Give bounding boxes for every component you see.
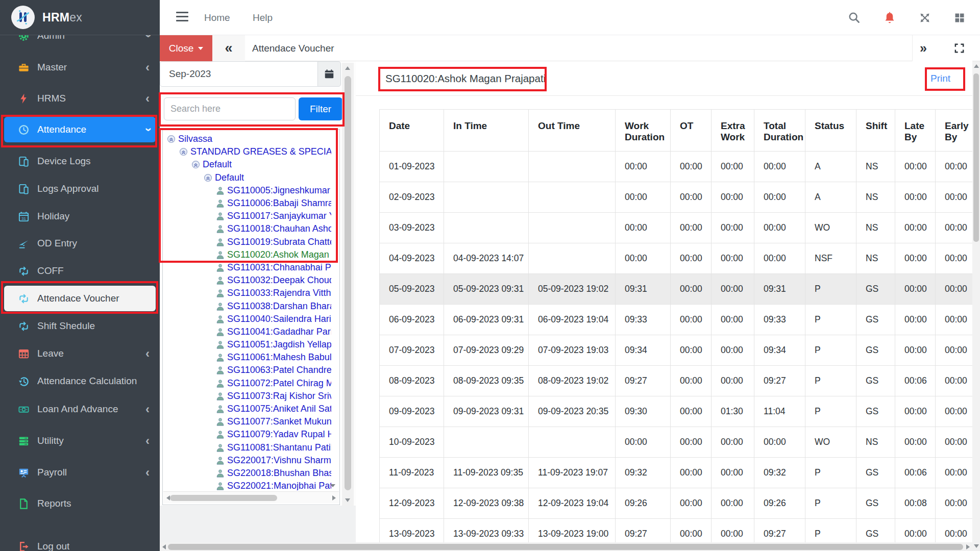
sidebar-item-shift-shedule[interactable]: Shift Shedule [4, 313, 156, 339]
search-input[interactable] [164, 97, 296, 120]
tree-employee-sg110063[interactable]: SG110063:Patel Chandresh [164, 364, 331, 377]
tree-employee-sg220021[interactable]: SG220021:Manojbhai Pate [164, 480, 331, 490]
tree-collapse-icon[interactable] [167, 135, 176, 143]
sidebar-item-coff[interactable]: COFF [4, 258, 156, 284]
collapse-panel-button[interactable]: « [212, 35, 245, 61]
table-row-03-09-2023[interactable]: 03-09-202300:0000:0000:0000:00WONS00:000… [380, 213, 973, 243]
tree-employee-sg110040[interactable]: SG110040:Sailendra Harisc [164, 313, 331, 325]
tree-horizontal-scrollbar[interactable] [163, 491, 339, 504]
tree-employee-sg110017[interactable]: SG110017:Sanjaykumar Ya [164, 210, 331, 222]
sidebar-item-attendance-calculation[interactable]: Attendance Calculation [4, 368, 156, 394]
tree-scroll-down-icon[interactable] [330, 484, 335, 487]
panel-vscroll-thumb[interactable] [345, 76, 351, 490]
cell-shift: GS [856, 335, 895, 366]
tree-employee-sg110031[interactable]: SG110031:Chhanabhai Pra [164, 261, 331, 274]
sidebar-item-hrms[interactable]: HRMS‹ [4, 86, 156, 111]
cell-late-by: 00:08 [895, 488, 936, 519]
tree-employee-sg110020[interactable]: SG110020:Ashok Magan Pr [164, 248, 331, 261]
scroll-down-icon[interactable] [974, 544, 979, 548]
table-row-10-09-2023[interactable]: 10-09-202300:0000:0000:0000:00WONS00:000… [380, 427, 973, 458]
filter-button[interactable]: Filter [299, 97, 342, 120]
table-row-04-09-2023[interactable]: 04-09-202304-09-2023 14:0700:0000:0000:0… [380, 243, 973, 274]
tree-collapse-icon[interactable] [204, 173, 212, 182]
search-icon[interactable] [848, 11, 861, 24]
tree-employee-sg110077[interactable]: SG110077:Sanket Mukund [164, 415, 331, 428]
tree-employee-sg220017[interactable]: SG220017:Vishnu Sharma [164, 454, 331, 467]
scroll-left-icon[interactable] [162, 544, 166, 549]
sidebar-item-attendace-voucher[interactable]: Attendace Voucher [4, 286, 156, 311]
tree-employee-sg110075[interactable]: SG110075:Aniket Anil Sata [164, 403, 331, 415]
table-row-08-09-2023[interactable]: 08-09-202308-09-2023 09:3508-09-2023 19:… [380, 366, 973, 396]
hamburger-menu-icon[interactable] [176, 12, 189, 23]
page-vscroll-thumb[interactable] [973, 73, 979, 242]
tree-node-default[interactable]: Default [164, 171, 331, 184]
table-row-05-09-2023[interactable]: 05-09-202305-09-2023 09:3105-09-2023 19:… [380, 274, 973, 305]
page-vertical-scrollbar[interactable] [972, 61, 980, 551]
expand-icon[interactable] [919, 12, 931, 24]
scroll-up-icon[interactable] [345, 66, 350, 70]
print-link[interactable]: Print [930, 73, 950, 84]
scroll-right-icon[interactable] [966, 544, 970, 549]
grid-icon[interactable] [953, 12, 966, 24]
tree-employee-sg110032[interactable]: SG110032:Deepak Choudh [164, 274, 331, 287]
bottom-hscroll-thumb[interactable] [168, 544, 963, 550]
tree-employee-sg110073[interactable]: SG110073:Raj Kishor Srivas [164, 390, 331, 403]
col-header-out-time: Out Time [529, 110, 616, 152]
sidebar-item-loan-and-advance[interactable]: Loan And Advance‹ [4, 396, 156, 422]
tree-employee-sg110006[interactable]: SG110006:Babaji Shamrao [164, 197, 331, 210]
table-row-12-09-2023[interactable]: 12-09-202312-09-2023 09:3812-09-2023 19:… [380, 488, 973, 519]
tree-employee-sg110018[interactable]: SG110018:Chauhan Ashok [164, 222, 331, 235]
table-row-11-09-2023[interactable]: 11-09-202311-09-2023 09:3511-09-2023 19:… [380, 458, 973, 488]
close-button[interactable]: Close [160, 35, 212, 61]
table-row-09-09-2023[interactable]: 09-09-202309-09-2023 09:3109-09-2023 20:… [380, 396, 973, 427]
sidebar-item-payroll[interactable]: Payroll‹ [4, 460, 156, 485]
top-header: Home Help [160, 0, 980, 35]
tree-employee-sg110061[interactable]: SG110061:Mahesh Babulal [164, 351, 331, 364]
tree-employee-sg110081[interactable]: SG110081:Shantanu Patil [164, 441, 331, 454]
sidebar-item-device-logs[interactable]: Device Logs [4, 148, 156, 174]
tree-hscroll-thumb[interactable] [170, 495, 277, 501]
brand[interactable]: HRMex [0, 0, 160, 35]
tree-collapse-icon[interactable] [191, 160, 200, 169]
sidebar-item-od-entry[interactable]: OD Entry [4, 231, 156, 256]
tree-employee-sg110051[interactable]: SG110051:Jagdish Yellappy [164, 338, 331, 351]
tree-employee-sg110019[interactable]: SG110019:Subrata Chatter [164, 236, 331, 248]
nav-home[interactable]: Home [204, 0, 230, 35]
bottom-horizontal-scrollbar[interactable] [160, 542, 972, 551]
sidebar-item-attendance[interactable]: Attendance‹ [4, 117, 156, 142]
sidebar-item-log-out[interactable]: Log out [4, 534, 156, 551]
tree-employee-sg110033[interactable]: SG110033:Rajendra Vitthal [164, 287, 331, 299]
tree-employee-sg110072[interactable]: SG110072:Patel Chirag Ma [164, 377, 331, 390]
scroll-down-icon[interactable] [345, 498, 350, 502]
cell-shift: NS [856, 213, 895, 243]
bell-icon[interactable] [883, 11, 896, 24]
table-row-01-09-2023[interactable]: 01-09-202300:0000:0000:0000:00ANS00:0000… [380, 152, 973, 182]
scroll-right-icon[interactable] [332, 495, 336, 500]
sidebar-item-utilitty[interactable]: Utilitty‹ [4, 428, 156, 454]
sidebar-item-logs-approval[interactable]: Logs Approval [4, 176, 156, 202]
tree-node-default[interactable]: Default [164, 158, 331, 171]
tree-collapse-icon[interactable] [179, 147, 188, 156]
sidebar-item-master[interactable]: Master‹ [4, 55, 156, 80]
table-row-07-09-2023[interactable]: 07-09-202307-09-2023 09:2907-09-2023 19:… [380, 335, 973, 366]
scroll-up-icon[interactable] [974, 64, 979, 68]
panel-vertical-scrollbar[interactable] [342, 63, 354, 506]
nav-help[interactable]: Help [253, 0, 273, 35]
table-row-06-09-2023[interactable]: 06-09-202306-09-2023 09:3106-09-2023 19:… [380, 305, 973, 335]
tree-node-standard-greases-specialities[interactable]: STANDARD GREASES & SPECIALITIES [164, 145, 331, 158]
tree-employee-sg110005[interactable]: SG110005:Jigneshkumar B [164, 184, 331, 197]
sidebar-item-leave[interactable]: Leave‹ [4, 341, 156, 366]
tree-employee-sg220018[interactable]: SG220018:Bhushan Bhaska [164, 467, 331, 480]
sidebar-item-holiday[interactable]: 31Holiday [4, 204, 156, 229]
sidebar-item-reports[interactable]: Reports [4, 491, 156, 516]
calendar-button[interactable] [317, 61, 341, 87]
tree-node-silvassa[interactable]: Silvassa [164, 133, 331, 145]
tree-employee-sg110079[interactable]: SG110079:Yadav Rupal Har [164, 428, 331, 441]
tree-employee-sg110041[interactable]: SG110041:Gadadhar Parid [164, 325, 331, 338]
scroll-left-icon[interactable] [166, 495, 170, 500]
tree-employee-sg110038[interactable]: SG110038:Darshan Bharatl [164, 299, 331, 312]
fullscreen-icon[interactable] [953, 42, 965, 54]
month-input[interactable] [160, 61, 318, 87]
expand-panel-button[interactable]: » [920, 42, 927, 55]
table-row-02-09-2023[interactable]: 02-09-202300:0000:0000:0000:00ANS00:0000… [380, 182, 973, 213]
